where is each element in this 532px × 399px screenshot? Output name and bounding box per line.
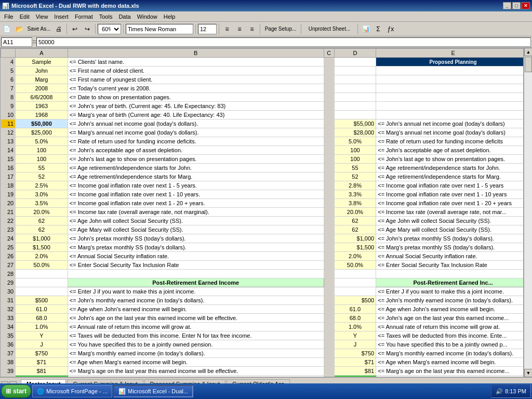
unprotect-button[interactable]: Unprotect Sheet... — [303, 23, 355, 35]
cell-b38[interactable]: <= Age when Marg's earned income will be… — [68, 358, 324, 367]
cell-a22[interactable]: 62 — [16, 217, 68, 225]
cell-e36[interactable]: <= You have specified this to be a joint… — [376, 340, 524, 349]
close-button[interactable]: ✕ — [522, 2, 530, 9]
new-button[interactable]: 📄 — [1, 23, 12, 35]
menu-data[interactable]: Data — [115, 13, 134, 20]
cell-b29[interactable]: Post-Retirement Earned Income — [68, 278, 324, 287]
cell-e31[interactable]: <= John's monthly earned income (in toda… — [376, 296, 524, 305]
cell-d12[interactable]: $28,000 — [334, 128, 376, 137]
cell-d35[interactable]: Y — [334, 331, 376, 340]
cell-e5[interactable] — [376, 66, 524, 75]
cell-a33[interactable]: 68.0 — [16, 314, 68, 323]
cell-b31[interactable]: <= John's monthly earned income (in toda… — [68, 296, 324, 305]
menu-help[interactable]: Help — [161, 13, 179, 20]
cell-d7[interactable] — [334, 84, 376, 93]
cell-b28[interactable] — [68, 270, 324, 278]
col-header-d[interactable]: D — [334, 49, 376, 58]
vertical-scrollbar[interactable]: ▲ ▼ — [524, 48, 532, 377]
cell-e37[interactable]: <= Marg's monthly earned income (in toda… — [376, 349, 524, 358]
cell-e21[interactable]: <= Income tax rate (overall average rate… — [376, 208, 524, 217]
sum-button[interactable]: Σ — [373, 23, 384, 35]
cell-e23[interactable]: <= Age Mary will collect Social Security… — [376, 225, 524, 234]
menu-insert[interactable]: Insert — [51, 13, 72, 20]
formula-input[interactable]: 50000 — [36, 37, 531, 47]
cell-e38[interactable]: <= Age when Marg's earned income will be… — [376, 358, 524, 367]
cell-d27[interactable]: 50.0% — [334, 261, 376, 270]
cell-d39[interactable]: $81 — [334, 367, 376, 376]
cell-b15[interactable]: <= John's last age to show on presentati… — [68, 155, 324, 164]
align-right-button[interactable]: ≡ — [246, 23, 258, 35]
cell-b10[interactable]: <= Marg's year of birth (Current age: 40… — [68, 111, 324, 119]
cell-a13[interactable]: 5.0% — [16, 137, 68, 146]
cell-d5[interactable] — [334, 66, 376, 75]
cell-b21[interactable]: <= Income tax rate (overall average rate… — [68, 208, 324, 217]
cell-d6[interactable] — [334, 75, 376, 84]
cell-d20[interactable]: 3.8% — [334, 199, 376, 208]
cell-d21[interactable]: 20.0% — [334, 208, 376, 217]
cell-d11[interactable]: $55,000 — [334, 119, 376, 128]
font-size-input[interactable] — [198, 24, 217, 34]
scroll-up-button[interactable]: ▲ — [524, 48, 532, 56]
cell-e20[interactable]: <= Income goal inflation rate over next … — [376, 199, 524, 208]
cell-a28[interactable] — [16, 270, 68, 278]
save-as-button[interactable]: Save As... — [26, 23, 52, 35]
cell-b30[interactable]: <= Enter J if you want to make this a jo… — [68, 287, 324, 296]
cell-a29[interactable] — [16, 278, 68, 287]
cell-e10[interactable] — [376, 111, 524, 119]
cell-e19[interactable]: <= Income goal inflation rate over next … — [376, 190, 524, 199]
cell-a11[interactable]: $50,000 — [16, 119, 68, 128]
open-button[interactable]: 📂 — [14, 23, 25, 35]
cell-e14[interactable]: <= John's acceptable age of asset deplet… — [376, 146, 524, 155]
cell-d37[interactable]: $750 — [334, 349, 376, 358]
menu-file[interactable]: File — [1, 13, 17, 20]
cell-e27[interactable]: <= Enter Social Security Tax Inclusion R… — [376, 261, 524, 270]
align-center-button[interactable]: ≡ — [234, 23, 245, 35]
chart-button[interactable]: 📊 — [360, 23, 371, 35]
cell-d34[interactable]: 1.0% — [334, 323, 376, 331]
cell-e35[interactable]: <= Taxes will be deducted from this inco… — [376, 331, 524, 340]
minimize-button[interactable]: _ — [503, 2, 511, 9]
cell-a39[interactable]: $81 — [16, 367, 68, 376]
cell-a25[interactable]: $1,500 — [16, 243, 68, 252]
cell-e11[interactable]: <= John's annual net income goal (today'… — [376, 119, 524, 128]
taskbar-frontpage[interactable]: 🌐 Microsoft FrontPage - ... — [32, 385, 112, 397]
cell-d29[interactable] — [334, 278, 376, 287]
cell-b35[interactable]: <= Taxes will be deducted from this inco… — [68, 331, 324, 340]
cell-b14[interactable]: <= John's acceptable age of asset deplet… — [68, 146, 324, 155]
cell-a24[interactable]: $1,000 — [16, 234, 68, 243]
cell-a8[interactable]: 6/6/2008 — [16, 93, 68, 102]
cell-e17[interactable]: <= Age retirement/independence starts fo… — [376, 172, 524, 181]
cell-a12[interactable]: $25,000 — [16, 128, 68, 137]
cell-a34[interactable]: 1.0% — [16, 323, 68, 331]
cell-d24[interactable]: $1,000 — [334, 234, 376, 243]
cell-a10[interactable]: 1968 — [16, 111, 68, 119]
zoom-select[interactable]: 60% 75% 100% — [98, 24, 121, 34]
cell-e28[interactable] — [376, 270, 524, 278]
cell-b26[interactable]: <= Annual Social Security inflation rate… — [68, 252, 324, 261]
menu-view[interactable]: View — [33, 13, 51, 20]
cell-a5[interactable]: John — [16, 66, 68, 75]
cell-e6[interactable] — [376, 75, 524, 84]
cell-d22[interactable]: 62 — [334, 217, 376, 225]
cell-e7[interactable] — [376, 84, 524, 93]
cell-a32[interactable]: 61.0 — [16, 305, 68, 314]
cell-a21[interactable]: 20.0% — [16, 208, 68, 217]
cell-a18[interactable]: 2.5% — [16, 181, 68, 190]
cell-d33[interactable]: 68.0 — [334, 314, 376, 323]
cell-b39[interactable]: <= Marg's age on the last year this earn… — [68, 367, 324, 376]
cell-b18[interactable]: <= Income goal inflation rate over next … — [68, 181, 324, 190]
cell-e33[interactable]: <= John's age on the last year this earn… — [376, 314, 524, 323]
cell-a9[interactable]: 1963 — [16, 102, 68, 111]
cell-d31[interactable]: $500 — [334, 296, 376, 305]
cell-e30[interactable]: <= Enter J if you want to make this a jo… — [376, 287, 524, 296]
cell-a31[interactable]: $500 — [16, 296, 68, 305]
cell-a16[interactable]: 55 — [16, 164, 68, 172]
cell-d14[interactable]: 100 — [334, 146, 376, 155]
scroll-thumb[interactable] — [525, 57, 532, 72]
cell-a37[interactable]: $750 — [16, 349, 68, 358]
print-button[interactable]: 🖨 — [53, 23, 64, 35]
menu-tools[interactable]: Tools — [96, 13, 116, 20]
cell-d9[interactable] — [334, 102, 376, 111]
cell-d15[interactable]: 100 — [334, 155, 376, 164]
col-header-c[interactable]: C — [324, 49, 334, 58]
